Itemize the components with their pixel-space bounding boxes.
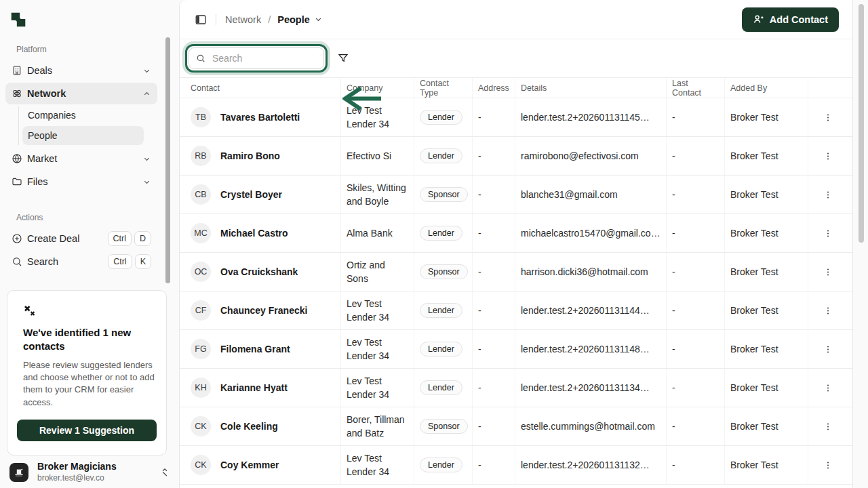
page-scrollbar[interactable] (859, 4, 864, 243)
kebab-menu-icon[interactable] (819, 418, 837, 435)
kebab-menu-icon[interactable] (819, 108, 837, 126)
column-header-added-by[interactable]: Added By (725, 78, 808, 98)
workspace-email: broker.test@lev.co (37, 473, 117, 483)
sidebar-item-people[interactable]: People (22, 126, 144, 145)
contact-name[interactable]: Cole Keeling (220, 421, 278, 432)
address-cell: - (473, 369, 515, 407)
contact-cell[interactable]: TB Tavares Bartoletti (185, 98, 341, 136)
key-k: K (135, 254, 151, 269)
contact-name[interactable]: Michael Castro (220, 228, 288, 239)
table-row[interactable]: CK Cole Keeling Borer, Tillman and Batz … (180, 407, 852, 446)
contact-type-badge: Lender (420, 110, 462, 125)
table-row[interactable]: FG Filomena Grant Lev Test Lender 34 Len… (180, 330, 852, 369)
kebab-menu-icon[interactable] (819, 263, 837, 281)
row-actions-cell (808, 214, 847, 252)
contact-cell[interactable]: CB Crystel Boyer (185, 176, 341, 214)
contact-name[interactable]: Chauncey Franecki (220, 305, 307, 316)
last-contact-cell: - (667, 407, 725, 445)
breadcrumb-page[interactable]: People (277, 14, 323, 25)
kebab-menu-icon[interactable] (819, 224, 837, 242)
table-row[interactable]: MC Michael Castro Alma Bank Lender - mic… (180, 214, 852, 253)
table-row[interactable]: KH Karianne Hyatt Lev Test Lender 34 Len… (180, 369, 852, 407)
sidebar-search-button[interactable]: Search Ctrl K (5, 251, 157, 272)
column-header-company[interactable]: Company (341, 78, 414, 98)
company-cell: Lev Test Lender 34 (341, 446, 414, 484)
review-suggestion-button[interactable]: Review 1 Suggestion (17, 420, 157, 441)
search-icon (12, 256, 22, 267)
workspace-info: Broker Magicians broker.test@lev.co (37, 461, 117, 483)
suggestion-body: Please review suggested lenders and choo… (23, 359, 155, 409)
contact-cell[interactable]: MC Michael Castro (185, 214, 341, 252)
app-logo-icon[interactable] (9, 11, 27, 28)
chevron-down-icon (142, 66, 151, 75)
kebab-menu-icon[interactable] (819, 147, 837, 165)
search-input[interactable] (211, 52, 313, 64)
contact-name[interactable]: Filomena Grant (220, 344, 290, 354)
added-by-cell: Broker Test (725, 214, 808, 252)
table-row[interactable]: RB Ramiro Bono Efectivo Si Lender - rami… (180, 137, 852, 176)
contact-name[interactable]: Crystel Boyer (220, 189, 282, 200)
network-subnav: Companies People (18, 106, 157, 145)
details-text: lender.test.2+202601131144… (521, 305, 650, 316)
suggestion-title: We've identified 1 new contacts (23, 326, 138, 354)
user-plus-icon (753, 14, 764, 25)
kebab-menu-icon[interactable] (819, 456, 837, 474)
address-cell: - (473, 330, 515, 368)
chevron-down-icon (142, 178, 151, 186)
column-header-contact-type[interactable]: Contact Type (414, 78, 473, 98)
contact-name[interactable]: Ova Cruickshank (220, 266, 298, 277)
kebab-menu-icon[interactable] (819, 186, 837, 203)
table-row[interactable]: CK Coy Kemmer Lev Test Lender 34 Lender … (180, 446, 852, 485)
contact-cell[interactable]: CK Coy Kemmer (185, 446, 341, 484)
contact-cell[interactable]: KH Karianne Hyatt (185, 369, 341, 407)
kebab-menu-icon[interactable] (819, 340, 837, 358)
contact-cell[interactable]: CK Cole Keeling (185, 407, 341, 445)
added-by-cell: Broker Test (725, 137, 808, 175)
key-d: D (134, 231, 151, 246)
sidebar-item-companies[interactable]: Companies (22, 106, 144, 125)
column-header-last-contact[interactable]: Last Contact (667, 78, 725, 98)
table-row[interactable]: CF Chauncey Franecki Lev Test Lender 34 … (180, 291, 852, 330)
kebab-menu-icon[interactable] (819, 302, 837, 319)
sidebar-item-files[interactable]: Files (5, 171, 157, 192)
contact-name[interactable]: Coy Kemmer (220, 460, 279, 470)
contact-name[interactable]: Tavares Bartoletti (220, 112, 300, 123)
create-deal-button[interactable]: Create Deal Ctrl D (5, 228, 157, 249)
contact-cell[interactable]: RB Ramiro Bono (185, 137, 341, 175)
avatar: FG (191, 339, 211, 359)
sidebar-item-market[interactable]: Market (5, 148, 157, 169)
contact-type-cell: Lender (414, 291, 473, 329)
contact-cell[interactable]: OC Ova Cruickshank (185, 253, 341, 291)
contact-cell[interactable]: CF Chauncey Franecki (185, 291, 341, 329)
row-actions-cell (808, 253, 847, 291)
column-header-address[interactable]: Address (473, 78, 515, 98)
row-actions-cell (808, 446, 847, 484)
sidebar-item-deals[interactable]: Deals (5, 60, 157, 81)
contact-name[interactable]: Ramiro Bono (220, 150, 280, 161)
column-header-contact[interactable]: Contact (185, 78, 341, 98)
sidebar-toggle-icon[interactable] (195, 14, 207, 26)
column-header-details[interactable]: Details (515, 78, 667, 98)
contact-type-badge: Lender (420, 342, 462, 357)
sidebar-item-network[interactable]: Network (5, 83, 157, 104)
filter-funnel-icon[interactable] (338, 53, 349, 64)
table-row[interactable]: TB Tavares Bartoletti Lev Test Lender 34… (180, 98, 852, 137)
kebab-menu-icon[interactable] (819, 379, 837, 396)
breadcrumb-section[interactable]: Network (225, 14, 261, 25)
search-field[interactable] (189, 47, 324, 69)
workspace-switcher[interactable]: Broker Magicians broker.test@lev.co (0, 455, 179, 487)
company-cell: Lev Test Lender 34 (341, 291, 414, 329)
contact-cell[interactable]: FG Filomena Grant (185, 330, 341, 368)
contact-name[interactable]: Karianne Hyatt (220, 382, 288, 393)
header-divider (216, 14, 216, 25)
action-label: Create Deal (27, 233, 79, 244)
add-contact-button[interactable]: Add Contact (742, 7, 839, 32)
sidebar-scrollbar[interactable] (165, 37, 170, 283)
table-row[interactable]: CB Crystel Boyer Skiles, Witting and Boy… (180, 176, 852, 214)
chevrons-up-down-icon (160, 467, 170, 478)
table-row[interactable]: OC Ova Cruickshank Ortiz and Sons Sponso… (180, 253, 852, 291)
last-contact-cell: - (667, 98, 725, 136)
action-label: Search (27, 256, 58, 267)
avatar: RB (191, 146, 211, 166)
breadcrumb-separator: / (268, 14, 271, 25)
